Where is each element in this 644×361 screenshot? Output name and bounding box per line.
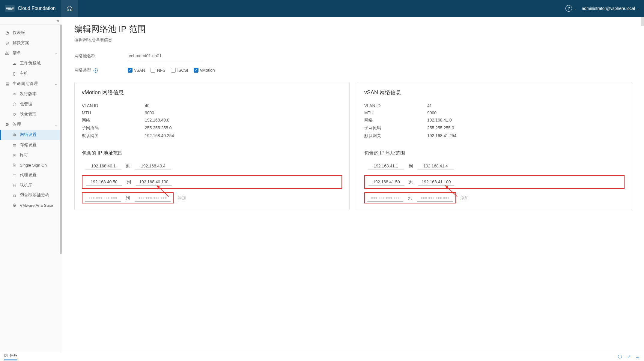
brand: vmw Cloud Foundation — [5, 5, 56, 12]
help-button[interactable]: ? ⌄ — [565, 5, 576, 12]
sidebar-item-17[interactable]: ⚙VMware Aria Suite — [0, 200, 62, 210]
sidebar-item-9[interactable]: ⚙管理⌄ — [0, 119, 62, 130]
ip-range-new-row: 到 — [364, 192, 456, 203]
page-subtitle: 编辑网络池详细信息 — [74, 37, 632, 43]
checkbox-vsan[interactable]: ✓vSAN — [128, 68, 145, 73]
sidebar-item-7[interactable]: ⬡包管理 — [0, 99, 62, 109]
nav-icon: ⊕ — [12, 132, 17, 137]
sidebar-item-label: 塑合型基础架构 — [20, 193, 49, 198]
ip-range-row: 到 — [364, 162, 625, 170]
app-header: vmw Cloud Foundation ? ⌄ administrator@v… — [0, 0, 644, 17]
ip-to-input[interactable] — [417, 194, 453, 202]
kv-val: 255.255.255.0 — [145, 125, 172, 131]
nav-icon: ▤ — [12, 143, 17, 147]
help-icon[interactable]: ⓘ — [618, 354, 622, 359]
ip-range-row: 到 — [82, 162, 342, 170]
ip-from-input[interactable] — [367, 194, 403, 202]
scrollbar-thumb[interactable] — [60, 25, 62, 254]
sidebar-item-label: 代理设置 — [20, 172, 37, 178]
sidebar-item-4[interactable]: ▯主机 — [0, 68, 62, 79]
sidebar-item-16[interactable]: ⧈塑合型基础架构 — [0, 190, 62, 200]
ip-from-input[interactable] — [368, 178, 404, 186]
pool-name-row: 网络池名称 — [74, 52, 632, 60]
sidebar-item-6[interactable]: ≋发行版本 — [0, 89, 62, 99]
kv-key: 默认网关 — [82, 133, 145, 139]
sidebar-item-label: 存储设置 — [20, 142, 37, 148]
sidebar-item-5[interactable]: ▤生命周期管理⌄ — [0, 79, 62, 89]
brand-text: Cloud Foundation — [18, 6, 55, 11]
checkbox-nfs[interactable]: NFS — [151, 68, 165, 73]
expand-icon[interactable]: ⤢ — [627, 354, 631, 359]
tasks-bar: ☑ 任务 ⓘ ⤢ ︽ — [0, 352, 644, 361]
checkbox-vmotion[interactable]: ✓vMotion — [194, 68, 215, 73]
kv-key: 网络 — [364, 118, 427, 123]
user-label: administrator@vsphere.local — [582, 6, 635, 11]
ip-range-title: 包含的 IP 地址范围 — [364, 150, 625, 156]
add-range-button[interactable]: 添加 — [460, 195, 469, 201]
add-range-button[interactable]: 添加 — [178, 195, 186, 201]
sidebar-scrollbar[interactable] — [60, 25, 62, 352]
sidebar-item-3[interactable]: ☁工作负载域 — [0, 58, 62, 68]
ip-to-input[interactable] — [418, 178, 454, 186]
checkbox-iscsi[interactable]: iSCSI — [171, 68, 188, 73]
home-icon — [66, 5, 73, 12]
sidebar-item-label: 联机库 — [20, 182, 32, 188]
network-type-checkboxes: ✓vSAN NFS iSCSI ✓vMotion — [128, 68, 215, 73]
nav-icon: ⧈ — [12, 193, 17, 198]
sidebar-item-10[interactable]: ⊕网络设置 — [0, 130, 62, 140]
to-label: 到 — [408, 195, 412, 201]
nav-icon: ↺ — [12, 112, 17, 117]
page-title: 编辑网络池 IP 范围 — [74, 23, 632, 35]
sidebar-item-13[interactable]: ⎘Single Sign On — [0, 160, 62, 170]
chevron-down-icon: ⌄ — [574, 7, 576, 10]
sidebar-collapse-button[interactable]: « — [0, 17, 62, 25]
ip-from-input[interactable] — [85, 194, 121, 202]
kv-val: 192.168.40.254 — [145, 133, 174, 139]
vmotion-panel: vMotion 网络信息 VLAN ID40 MTU9000 网络192.168… — [74, 82, 350, 210]
sidebar-item-label: 生命周期管理 — [13, 81, 38, 86]
sidebar-item-8[interactable]: ↺映像管理 — [0, 109, 62, 119]
home-button[interactable] — [61, 0, 78, 17]
kv-val: 192.168.40.0 — [145, 118, 169, 123]
sidebar-item-label: Single Sign On — [20, 163, 47, 167]
ip-to-input[interactable] — [135, 162, 171, 170]
nav-icon: ▭ — [12, 173, 17, 177]
nav-icon: ⌸ — [12, 183, 17, 188]
kv-val: 9000 — [145, 110, 154, 115]
collapse-up-icon[interactable]: ︽ — [636, 354, 640, 359]
help-icon: ? — [565, 5, 572, 12]
chevron-down-icon: ⌄ — [637, 7, 639, 10]
ip-from-input[interactable] — [368, 162, 404, 170]
network-type-label: 网络类型 i — [74, 68, 128, 73]
info-icon[interactable]: i — [94, 68, 98, 73]
sidebar-item-12[interactable]: ⎘许可 — [0, 150, 62, 160]
chevron-down-icon: ⌄ — [55, 51, 57, 55]
sidebar-item-1[interactable]: ◎解决方案 — [0, 38, 62, 48]
kv-val: 41 — [427, 103, 432, 108]
sidebar-item-label: 包管理 — [20, 101, 32, 107]
ip-from-input[interactable] — [85, 162, 121, 170]
sidebar-item-label: 许可 — [20, 152, 28, 158]
to-label: 到 — [127, 179, 131, 185]
sidebar-item-2[interactable]: 品清单⌄ — [0, 48, 62, 58]
user-menu[interactable]: administrator@vsphere.local ⌄ — [582, 6, 639, 11]
ip-range-row-highlighted: 到 — [82, 175, 342, 189]
ip-to-input[interactable] — [418, 162, 454, 170]
sidebar-item-11[interactable]: ▤存储设置 — [0, 140, 62, 150]
sidebar-item-15[interactable]: ⌸联机库 — [0, 180, 62, 190]
sidebar-item-14[interactable]: ▭代理设置 — [0, 170, 62, 180]
kv-key: 网络 — [82, 118, 145, 123]
ip-to-input[interactable] — [135, 194, 171, 202]
ip-range-new-row: 到 — [82, 192, 174, 203]
to-label: 到 — [409, 164, 413, 169]
sidebar-item-0[interactable]: ◔仪表板 — [0, 28, 62, 38]
ip-from-input[interactable] — [86, 178, 122, 186]
main-scrollbar[interactable] — [641, 17, 644, 26]
kv-val: 192.168.41.0 — [427, 118, 452, 123]
nav-icon: ◎ — [5, 41, 10, 45]
tasks-tab[interactable]: ☑ 任务 — [4, 353, 17, 360]
sidebar-item-label: 解决方案 — [13, 40, 29, 46]
ip-to-input[interactable] — [136, 178, 172, 186]
kv-val: 255.255.255.0 — [427, 125, 454, 131]
pool-name-input[interactable] — [128, 52, 203, 60]
